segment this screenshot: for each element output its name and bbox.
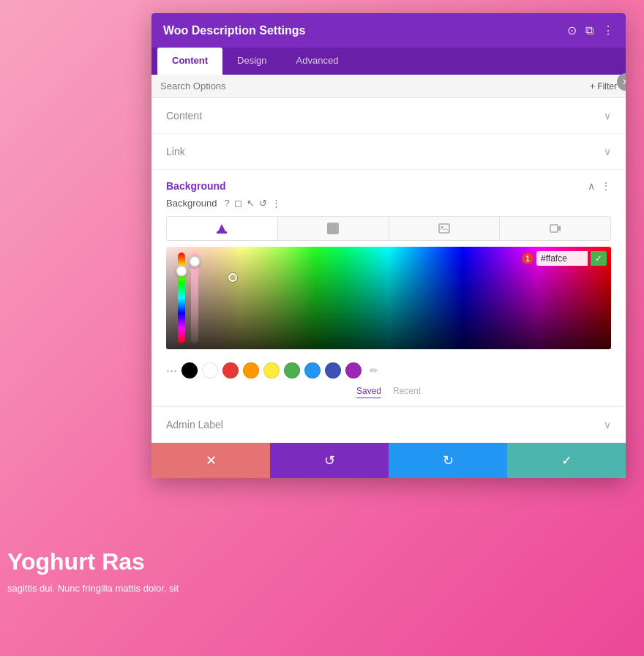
search-bar: + Filter	[151, 75, 626, 98]
link-label: Link	[166, 146, 185, 157]
recent-tab[interactable]: Recent	[393, 386, 421, 398]
svg-rect-2	[439, 224, 449, 233]
search-input[interactable]	[160, 81, 590, 92]
none-icon[interactable]: ◻	[234, 198, 242, 209]
layout-icon[interactable]: ⧉	[585, 24, 594, 37]
reset-icon[interactable]: ⊙	[567, 23, 577, 37]
color-gradient[interactable]: 1 ✓	[166, 247, 611, 349]
swatch-white[interactable]	[202, 362, 218, 379]
background-title: Background	[166, 180, 226, 192]
bg-more-icon[interactable]: ⋮	[601, 180, 611, 192]
swatch-pencil-icon[interactable]: ✏	[366, 362, 382, 379]
background-header: Background ∧ ⋮	[151, 170, 626, 198]
swatch-yellow[interactable]	[263, 362, 280, 379]
swatches-row: ··· ✏	[151, 355, 626, 386]
swatches-more-button[interactable]: ···	[166, 363, 177, 379]
svg-rect-0	[217, 231, 227, 234]
saved-tab[interactable]: Saved	[356, 386, 381, 398]
collapse-icon[interactable]: ∧	[588, 180, 595, 192]
modal-header: Woo Description Settings ⊙ ⧉ ⋮	[151, 13, 626, 48]
color-fill-tab[interactable]	[167, 217, 278, 240]
swatch-red[interactable]	[222, 362, 239, 379]
swatch-purple[interactable]	[345, 362, 362, 379]
opacity-slider[interactable]	[191, 253, 198, 343]
opacity-thumb[interactable]	[189, 256, 201, 267]
swatch-indigo[interactable]	[325, 362, 341, 379]
tab-advanced[interactable]: Advanced	[282, 48, 353, 75]
gradient-tab[interactable]	[278, 217, 389, 240]
color-hex-input[interactable]	[536, 251, 588, 266]
options-icon[interactable]: ⋮	[272, 198, 281, 209]
page-heading: Yoghurt Ras	[7, 548, 145, 575]
admin-chevron-icon: ∨	[604, 419, 611, 430]
modal-footer: ✕ ↺ ↻ ✓	[151, 443, 626, 478]
admin-label-text: Admin Label	[166, 419, 223, 430]
reset-button[interactable]: ↺	[270, 443, 389, 478]
swatch-green[interactable]	[284, 362, 300, 379]
cursor-icon[interactable]: ↖	[247, 198, 255, 209]
tab-bar: Content Design Advanced	[151, 48, 626, 75]
content-chevron-icon: ∨	[604, 110, 611, 122]
svg-rect-1	[327, 223, 339, 234]
image-tab[interactable]	[389, 217, 501, 240]
content-label: Content	[166, 110, 202, 122]
color-type-tabs	[166, 216, 611, 241]
background-controls: Background ? ◻ ↖ ↺ ⋮	[151, 198, 626, 216]
filter-button[interactable]: + Filter	[590, 81, 617, 92]
header-icons: ⊙ ⧉ ⋮	[567, 23, 614, 37]
link-section[interactable]: Link ∨	[151, 134, 626, 170]
background-header-right: ∧ ⋮	[588, 180, 611, 192]
save-button[interactable]: ✓	[507, 443, 626, 478]
settings-modal: Woo Description Settings ⊙ ⧉ ⋮ Content D…	[151, 13, 626, 478]
modal-body: Content ∨ Link ∨ Background ∧ ⋮ Backgrou…	[151, 98, 626, 443]
background-section: Background ∧ ⋮ Background ? ◻ ↖ ↺ ⋮	[151, 170, 626, 406]
content-section[interactable]: Content ∨	[151, 98, 626, 134]
hue-slider[interactable]	[178, 253, 185, 343]
cancel-button[interactable]: ✕	[151, 443, 270, 478]
color-picker-cursor[interactable]	[228, 273, 237, 282]
hue-thumb[interactable]	[176, 265, 187, 277]
help-icon[interactable]: ?	[224, 198, 229, 209]
link-chevron-icon: ∨	[604, 146, 611, 157]
badge-number: 1	[522, 253, 533, 264]
svg-rect-4	[550, 225, 558, 232]
video-tab[interactable]	[500, 217, 610, 240]
undo-icon[interactable]: ↺	[259, 198, 267, 209]
swatch-blue[interactable]	[304, 362, 321, 379]
saved-recent-tabs: Saved Recent	[151, 386, 626, 406]
color-picker[interactable]: 1 ✓	[166, 247, 611, 349]
more-icon[interactable]: ⋮	[602, 23, 614, 37]
swatch-orange[interactable]	[243, 362, 259, 379]
redo-button[interactable]: ↻	[389, 443, 507, 478]
swatch-black[interactable]	[181, 362, 198, 379]
page-subtext: sagittis dui. Nunc fringilla mattis dolo…	[7, 583, 179, 594]
tab-design[interactable]: Design	[222, 48, 281, 75]
modal-title: Woo Description Settings	[163, 24, 305, 37]
background-controls-label: Background	[166, 198, 217, 209]
color-confirm-button[interactable]: ✓	[591, 251, 607, 266]
color-value-badge: 1 ✓	[522, 251, 607, 266]
admin-label-section[interactable]: Admin Label ∨	[151, 406, 626, 443]
tab-content[interactable]: Content	[157, 48, 222, 75]
